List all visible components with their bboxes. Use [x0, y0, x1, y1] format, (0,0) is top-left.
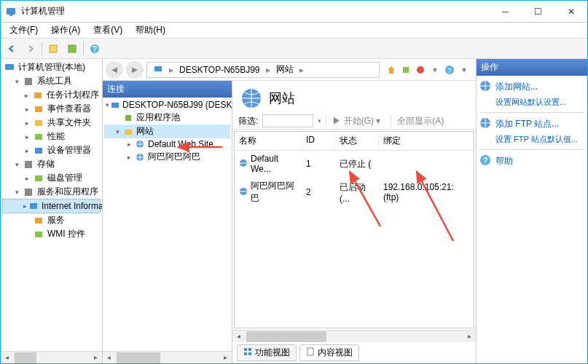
tree-item[interactable]: 服务	[2, 213, 101, 227]
scroll-right-icon[interactable]: ►	[219, 352, 232, 364]
tree-item[interactable]: ▸事件查看器	[2, 102, 101, 116]
tree-item-label: 磁盘管理	[47, 172, 82, 184]
expand-icon[interactable]	[23, 216, 31, 225]
properties-button[interactable]	[45, 41, 61, 57]
col-id[interactable]: ID	[302, 132, 335, 150]
refresh-button[interactable]	[64, 41, 80, 57]
scroll-thumb[interactable]	[15, 352, 36, 363]
expand-icon[interactable]: ▸	[125, 140, 133, 149]
collapse-icon[interactable]: ▾	[113, 127, 122, 136]
col-name[interactable]: 名称	[235, 132, 302, 150]
col-status[interactable]: 状态	[335, 132, 379, 150]
collapse-icon[interactable]: ▾	[12, 188, 21, 197]
svg-rect-7	[25, 78, 32, 85]
filter-input[interactable]	[262, 114, 313, 127]
svg-rect-8	[34, 92, 42, 98]
help-button[interactable]: ?	[87, 41, 103, 57]
showall-button[interactable]: 全部显示(A)	[391, 115, 450, 127]
expand-icon[interactable]: ▸	[23, 146, 31, 155]
conn-hscroll[interactable]: ◄ ►	[103, 351, 232, 363]
action-subitem[interactable]: 设置 FTP 站点默认值...	[479, 132, 584, 146]
tree-group[interactable]: ▾存储	[2, 157, 101, 171]
go-button[interactable]: ▶ 开始(G) ▾	[326, 115, 386, 127]
scroll-left-icon[interactable]: ◄	[1, 352, 13, 364]
expand-icon[interactable]: ▸	[23, 105, 31, 114]
computer-icon	[4, 62, 15, 74]
breadcrumb-section[interactable]: 网站	[273, 63, 297, 76]
tree-item[interactable]: ▸磁盘管理	[2, 171, 101, 185]
scroll-thumb[interactable]	[246, 331, 326, 342]
maximize-button[interactable]: ☐	[522, 1, 554, 22]
scroll-thumb[interactable]	[117, 352, 160, 363]
expand-icon[interactable]: ▸	[23, 132, 31, 141]
scroll-left-icon[interactable]: ◄	[103, 352, 115, 364]
nav-forward-button[interactable]: ►	[126, 61, 144, 79]
nav-back-button[interactable]: ◄	[106, 61, 123, 79]
menu-help[interactable]: 帮助(H)	[130, 23, 171, 38]
conn-sites-label: 网站	[136, 125, 154, 138]
scope-hscroll[interactable]: ◄ ►	[1, 351, 102, 363]
connections-tree[interactable]: ▾ DESKTOP-N65BJ99 (DESKTOP 应用程序池 ▾	[103, 98, 232, 351]
conn-site-item[interactable]: ▸阿巴阿巴阿巴	[104, 150, 230, 164]
toolbar: ?	[1, 39, 587, 59]
features-icon	[243, 347, 252, 358]
site-icon	[135, 139, 145, 149]
expand-icon[interactable]: ▸	[23, 91, 31, 100]
table-row[interactable]: Default We...1已停止 (	[235, 151, 474, 177]
expand-icon[interactable]	[23, 230, 31, 239]
col-binding[interactable]: 绑定	[379, 132, 474, 150]
table-row[interactable]: 阿巴阿巴阿巴2已启动 (...192.168.0.105:21: (ftp)	[235, 177, 474, 207]
expand-icon[interactable]: ▸	[23, 174, 31, 183]
close-button[interactable]: ✕	[554, 1, 587, 22]
breadcrumb[interactable]: ▸ DESKTOP-N65BJ99 ▸ 网站 ▸	[146, 62, 380, 78]
home-icon[interactable]	[385, 64, 397, 76]
conn-host[interactable]: ▾ DESKTOP-N65BJ99 (DESKTOP	[104, 99, 230, 111]
action-item[interactable]: ?帮助	[479, 153, 584, 170]
menu-action[interactable]: 操作(A)	[45, 23, 86, 38]
tree-root[interactable]: 计算机管理(本地)	[2, 60, 101, 74]
collapse-icon[interactable]: ▾	[12, 77, 21, 86]
separator	[479, 112, 584, 113]
forward-button[interactable]	[23, 41, 39, 57]
conn-sites[interactable]: ▾ 网站	[104, 124, 230, 138]
collapse-icon[interactable]: ▾	[12, 160, 21, 169]
expand-icon[interactable]: ▸	[23, 202, 27, 210]
tree-group[interactable]: ▾系统工具	[2, 74, 101, 88]
tree-item[interactable]: ▸共享文件夹	[2, 116, 101, 130]
scroll-left-icon[interactable]: ◄	[232, 331, 245, 343]
expand-icon[interactable]: ▸	[125, 153, 133, 162]
globe-icon	[479, 80, 491, 94]
conn-apppools[interactable]: 应用程序池	[104, 111, 230, 124]
action-item[interactable]: 添加网站...	[479, 79, 584, 95]
dropdown-icon[interactable]: ▾	[429, 64, 441, 76]
tab-features[interactable]: 功能视图	[237, 344, 297, 361]
back-button[interactable]	[4, 41, 20, 57]
conn-site-label: Default Web Site	[148, 139, 213, 149]
tree-item[interactable]: ▸设备管理器	[2, 143, 101, 157]
menu-view[interactable]: 查看(V)	[87, 23, 128, 38]
menu-file[interactable]: 文件(F)	[4, 23, 44, 38]
sites-list[interactable]: 名称 ID 状态 绑定 Default We...1已停止 (阿巴阿巴阿巴2已启…	[234, 131, 474, 328]
action-subitem[interactable]: 设置网站默认设置...	[479, 95, 584, 109]
dropdown-icon[interactable]: ▾	[458, 64, 470, 76]
expand-icon[interactable]: ▸	[23, 119, 31, 127]
tree-item[interactable]: ▸性能	[2, 130, 101, 143]
action-item[interactable]: 添加 FTP 站点...	[479, 116, 584, 132]
content-hscroll[interactable]: ◄ ►	[232, 330, 476, 342]
breadcrumb-host[interactable]: DESKTOP-N65BJ99	[176, 65, 263, 75]
scroll-right-icon[interactable]: ►	[463, 331, 476, 343]
help-icon[interactable]: ?	[444, 64, 455, 76]
tree-item[interactable]: ▸任务计划程序	[2, 88, 101, 102]
unknown-icon[interactable]	[400, 64, 412, 76]
scope-tree[interactable]: 计算机管理(本地) ▾系统工具▸任务计划程序▸事件查看器▸共享文件夹▸性能▸设备…	[1, 59, 102, 351]
tree-group[interactable]: ▾服务和应用程序	[2, 185, 101, 199]
tree-item[interactable]: WMI 控件	[2, 227, 101, 241]
collapse-icon[interactable]: ▾	[106, 100, 109, 109]
minimize-button[interactable]: ─	[489, 1, 522, 22]
actions-pane: 操作 添加网站...设置网站默认设置...添加 FTP 站点...设置 FTP …	[477, 59, 587, 363]
scroll-right-icon[interactable]: ►	[90, 352, 102, 364]
tree-item[interactable]: ▸Internet Informat	[2, 199, 101, 213]
conn-site-item[interactable]: ▸Default Web Site	[104, 138, 230, 150]
stop-icon[interactable]	[415, 64, 426, 76]
tab-content[interactable]: 内容视图	[299, 344, 359, 361]
